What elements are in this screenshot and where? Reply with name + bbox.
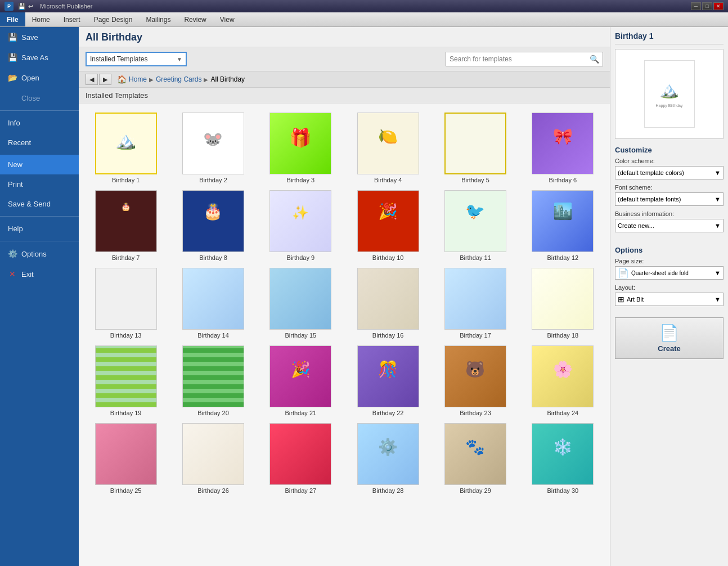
template-label-17: Birthday 17 xyxy=(460,332,491,339)
minimize-button[interactable]: ─ xyxy=(691,2,701,10)
sidebar-item-save-send[interactable]: Save & Send xyxy=(0,194,79,214)
tab-file[interactable]: File xyxy=(0,12,25,26)
template-thumb-3 xyxy=(269,113,331,174)
template-item-27[interactable]: Birthday 27 xyxy=(260,423,341,494)
template-item-13[interactable]: Birthday 13 xyxy=(86,268,166,339)
tab-view[interactable]: View xyxy=(213,12,241,26)
template-item-30[interactable]: Birthday 30 xyxy=(523,423,603,494)
template-thumb-27 xyxy=(269,423,331,485)
sidebar-item-help[interactable]: Help xyxy=(0,219,79,239)
template-item-1[interactable]: Birthday 1 xyxy=(86,113,166,183)
sidebar-item-recent[interactable]: Recent xyxy=(0,133,79,152)
template-thumb-26 xyxy=(182,423,244,485)
template-item-5[interactable]: Birthday 5 xyxy=(435,113,515,183)
breadcrumb-greeting-cards[interactable]: Greeting Cards xyxy=(156,75,201,83)
sidebar-item-save-send-label: Save & Send xyxy=(8,200,51,208)
breadcrumb-sep-2: ▶ xyxy=(204,77,208,83)
template-label-28: Birthday 28 xyxy=(372,487,404,494)
template-item-10[interactable]: Birthday 10 xyxy=(348,190,428,261)
font-scheme-dropdown[interactable]: (default template fonts) ▼ xyxy=(615,192,723,206)
template-item-18[interactable]: Birthday 18 xyxy=(523,268,603,339)
tab-page-design[interactable]: Page Design xyxy=(87,12,140,26)
template-item-29[interactable]: Birthday 29 xyxy=(435,423,515,494)
template-label-30: Birthday 30 xyxy=(547,487,578,494)
template-item-17[interactable]: Birthday 17 xyxy=(435,268,515,339)
publisher-icon: P xyxy=(5,2,14,11)
template-item-6[interactable]: Birthday 6 xyxy=(523,113,603,183)
template-thumb-14 xyxy=(182,268,244,330)
template-label-20: Birthday 20 xyxy=(197,410,229,416)
template-item-4[interactable]: Birthday 4 xyxy=(348,113,428,183)
template-item-7[interactable]: Birthday 7 xyxy=(86,190,166,261)
template-item-25[interactable]: Birthday 25 xyxy=(86,423,166,494)
template-item-9[interactable]: Birthday 9 xyxy=(260,190,341,261)
quick-access-save[interactable]: 💾 xyxy=(18,3,26,10)
tab-mailings[interactable]: Mailings xyxy=(139,12,177,26)
template-thumb-18 xyxy=(532,268,594,330)
template-item-14[interactable]: Birthday 14 xyxy=(173,268,253,339)
color-scheme-dropdown[interactable]: (default template colors) ▼ xyxy=(615,166,723,179)
sidebar-item-info[interactable]: Info xyxy=(0,113,79,133)
template-label-9: Birthday 9 xyxy=(287,254,315,261)
tab-home[interactable]: Home xyxy=(25,12,57,26)
template-item-26[interactable]: Birthday 26 xyxy=(173,423,253,494)
page-size-value: Quarter-sheet side fold xyxy=(631,270,689,276)
template-item-20[interactable]: Birthday 20 xyxy=(173,345,253,416)
sidebar-item-close[interactable]: Close xyxy=(0,88,79,108)
search-icon[interactable]: 🔍 xyxy=(590,55,599,64)
business-info-value: Create new... xyxy=(618,222,654,229)
template-label-29: Birthday 29 xyxy=(460,487,491,494)
template-label-24: Birthday 24 xyxy=(547,410,578,416)
template-item-11[interactable]: Birthday 11 xyxy=(435,190,515,261)
sidebar-item-options[interactable]: ⚙️ Options xyxy=(0,244,79,264)
template-label-11: Birthday 11 xyxy=(460,254,491,261)
template-item-12[interactable]: Birthday 12 xyxy=(523,190,603,261)
layout-dropdown[interactable]: ⊞ Art Bit ▼ xyxy=(615,293,723,306)
template-label-16: Birthday 16 xyxy=(372,332,404,339)
page-size-arrow-icon: ▼ xyxy=(714,269,721,276)
template-item-24[interactable]: Birthday 24 xyxy=(523,345,603,416)
template-source-dropdown[interactable]: Installed Templates ▼ xyxy=(86,52,187,66)
business-info-dropdown[interactable]: Create new... ▼ xyxy=(615,219,723,232)
sidebar-item-save-as[interactable]: 💾 Save As xyxy=(0,47,79,68)
template-item-28[interactable]: Birthday 28 xyxy=(348,423,428,494)
template-grid: Birthday 1 Birthday 2 Birthday 3 Birthda… xyxy=(86,108,603,494)
back-button[interactable]: ◀ xyxy=(86,74,98,85)
search-input[interactable] xyxy=(450,55,590,63)
sidebar-item-print[interactable]: Print xyxy=(0,174,79,194)
home-icon: 🏠 xyxy=(117,75,127,84)
create-button[interactable]: 📄 Create xyxy=(615,317,723,359)
template-item-8[interactable]: Birthday 8 xyxy=(173,190,253,261)
template-item-2[interactable]: Birthday 2 xyxy=(173,113,253,183)
template-item-23[interactable]: Birthday 23 xyxy=(435,345,515,416)
close-button[interactable]: ✕ xyxy=(713,2,723,10)
template-thumb-25 xyxy=(95,423,157,485)
template-item-22[interactable]: Birthday 22 xyxy=(348,345,428,416)
forward-button[interactable]: ▶ xyxy=(99,74,111,85)
template-item-19[interactable]: Birthday 19 xyxy=(86,345,166,416)
template-thumb-13 xyxy=(95,268,157,330)
template-thumb-7 xyxy=(95,190,157,252)
sidebar-item-open[interactable]: 📂 Open xyxy=(0,68,79,88)
search-bar: 🔍 xyxy=(446,52,603,66)
breadcrumb-home[interactable]: Home xyxy=(129,75,147,83)
sidebar-item-exit[interactable]: ✕ Exit xyxy=(0,264,79,284)
page-size-dropdown[interactable]: 📄 Quarter-sheet side fold ▼ xyxy=(615,266,723,280)
template-thumb-8 xyxy=(182,190,244,252)
preview-card: 🏔️ Happy Birthday xyxy=(644,60,695,128)
sidebar-item-new[interactable]: New xyxy=(0,155,79,174)
quick-access-undo[interactable]: ↩ xyxy=(28,3,33,10)
tab-review[interactable]: Review xyxy=(177,12,213,26)
sidebar-item-save[interactable]: 💾 Save xyxy=(0,27,79,47)
layout-value: Art Bit xyxy=(627,296,644,303)
template-item-16[interactable]: Birthday 16 xyxy=(348,268,428,339)
template-thumb-16 xyxy=(357,268,419,330)
template-item-3[interactable]: Birthday 3 xyxy=(260,113,341,183)
template-item-15[interactable]: Birthday 15 xyxy=(260,268,341,339)
close-doc-icon xyxy=(8,93,17,102)
color-scheme-arrow-icon: ▼ xyxy=(714,169,721,176)
template-item-21[interactable]: Birthday 21 xyxy=(260,345,341,416)
maximize-button[interactable]: □ xyxy=(702,2,712,10)
tab-insert[interactable]: Insert xyxy=(57,12,87,26)
template-grid-area[interactable]: Installed Templates Birthday 1 Birthday … xyxy=(79,88,610,566)
